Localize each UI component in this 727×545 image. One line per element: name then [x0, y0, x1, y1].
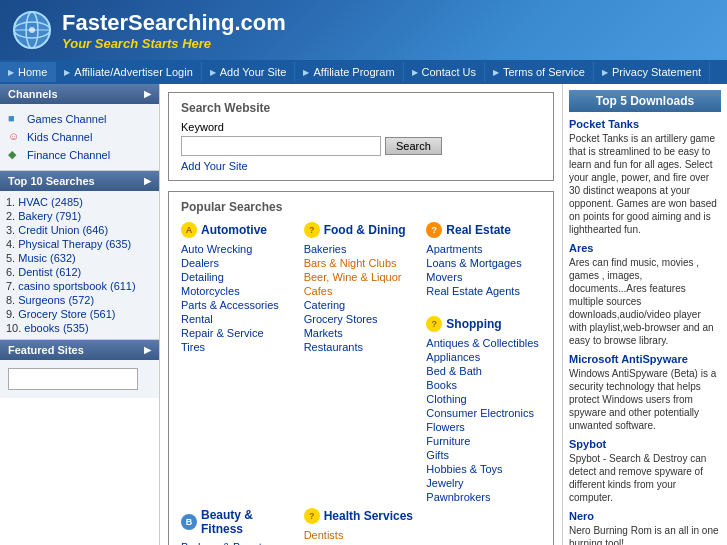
link-gifts[interactable]: Gifts: [426, 448, 541, 462]
link-repair[interactable]: Repair & Service: [181, 326, 296, 340]
channels-header: Channels ▶: [0, 84, 159, 104]
download-title-nero[interactable]: Nero: [569, 510, 721, 522]
link-electronics[interactable]: Consumer Electronics: [426, 406, 541, 420]
link-hobbies[interactable]: Hobbies & Toys: [426, 462, 541, 476]
link-flowers[interactable]: Flowers: [426, 420, 541, 434]
link-parts[interactable]: Parts & Accessories: [181, 298, 296, 312]
search-link-8[interactable]: Surgeons (572): [18, 294, 94, 306]
link-pawnbrokers[interactable]: Pawnbrokers: [426, 490, 541, 504]
link-agents[interactable]: Real Estate Agents: [426, 284, 541, 298]
download-title-ares[interactable]: Ares: [569, 242, 721, 254]
search-link-1[interactable]: HVAC (2485): [18, 196, 83, 208]
link-books[interactable]: Books: [426, 378, 541, 392]
channel-label-games: Games Channel: [27, 113, 107, 125]
link-auto-wrecking[interactable]: Auto Wrecking: [181, 242, 296, 256]
category-beauty: B Beauty & Fitness Barbers & Beauty Salo…: [181, 508, 296, 545]
list-item[interactable]: 10. ebooks (535): [6, 321, 153, 335]
top-searches-list: 1. HVAC (2485) 2. Bakery (791) 3. Credit…: [0, 191, 159, 339]
link-motorcycles[interactable]: Motorcycles: [181, 284, 296, 298]
top-searches-arrow-icon: ▶: [144, 176, 151, 186]
list-item[interactable]: 9. Grocery Store (561): [6, 307, 153, 321]
search-link-4[interactable]: Physical Therapy (635): [18, 238, 131, 250]
category-shopping-header: ? Shopping: [426, 316, 541, 332]
link-antiques[interactable]: Antiques & Collectibles: [426, 336, 541, 350]
download-title-pocket-tanks[interactable]: Pocket Tanks: [569, 118, 721, 130]
search-link-5[interactable]: Music (632): [18, 252, 75, 264]
empty-col: [426, 508, 541, 545]
nav-item-affiliate-login[interactable]: Affiliate/Advertiser Login: [56, 62, 201, 82]
nav-item-home[interactable]: Home: [0, 62, 56, 82]
header-text: FasterSearching.com Your Search Starts H…: [62, 10, 286, 51]
link-bed-bath[interactable]: Bed & Bath: [426, 364, 541, 378]
link-detailing[interactable]: Detailing: [181, 270, 296, 284]
link-dentists[interactable]: Dentists: [304, 528, 419, 542]
link-apartments[interactable]: Apartments: [426, 242, 541, 256]
list-item[interactable]: 1. HVAC (2485): [6, 195, 153, 209]
link-bakeries[interactable]: Bakeries: [304, 242, 419, 256]
nav-item-contact[interactable]: Contact Us: [404, 62, 485, 82]
link-jewelry[interactable]: Jewelry: [426, 476, 541, 490]
list-item[interactable]: 4. Physical Therapy (635): [6, 237, 153, 251]
search-link-7[interactable]: casino sportsbook (611): [18, 280, 135, 292]
top5-header: Top 5 Downloads: [569, 90, 721, 112]
nav-item-add-site[interactable]: Add Your Site: [202, 62, 296, 82]
link-movers[interactable]: Movers: [426, 270, 541, 284]
beauty-title: Beauty & Fitness: [201, 508, 296, 536]
search-link-10[interactable]: ebooks (535): [24, 322, 88, 334]
link-restaurants[interactable]: Restaurants: [304, 340, 419, 354]
link-clothing[interactable]: Clothing: [426, 392, 541, 406]
channel-item-kids[interactable]: ☺ Kids Channel: [8, 128, 151, 146]
link-loans[interactable]: Loans & Mortgages: [426, 256, 541, 270]
list-item[interactable]: 5. Music (632): [6, 251, 153, 265]
channel-item-finance[interactable]: ◆ Finance Channel: [8, 146, 151, 164]
link-beer[interactable]: Beer, Wine & Liquor: [304, 270, 419, 284]
search-link-2[interactable]: Bakery (791): [18, 210, 81, 222]
download-desc-nero: Nero Burning Rom is an all in one burnin…: [569, 524, 721, 545]
search-link-3[interactable]: Credit Union (646): [18, 224, 108, 236]
link-tires[interactable]: Tires: [181, 340, 296, 354]
channels-arrow-icon: ▶: [144, 89, 151, 99]
list-item[interactable]: 3. Credit Union (646): [6, 223, 153, 237]
site-tagline: Your Search Starts Here: [62, 36, 286, 51]
category-automotive-header: A Automotive: [181, 222, 296, 238]
shopping-title: Shopping: [446, 317, 501, 331]
list-item[interactable]: 7. casino sportsbook (611): [6, 279, 153, 293]
categories-row2: B Beauty & Fitness Barbers & Beauty Salo…: [181, 508, 541, 545]
list-item[interactable]: 2. Bakery (791): [6, 209, 153, 223]
download-title-antispyware[interactable]: Microsoft AntiSpyware: [569, 353, 721, 365]
list-item[interactable]: 8. Surgeons (572): [6, 293, 153, 307]
link-appliances[interactable]: Appliances: [426, 350, 541, 364]
list-item[interactable]: 6. Dentist (612): [6, 265, 153, 279]
svg-point-4: [29, 27, 35, 33]
download-desc-antispyware: Windows AntiSpyware (Beta) is a security…: [569, 367, 721, 432]
channel-label-finance: Finance Channel: [27, 149, 110, 161]
search-link-9[interactable]: Grocery Store (561): [18, 308, 115, 320]
main-content: Channels ▶ ■ Games Channel ☺ Kids Channe…: [0, 84, 727, 545]
nav-item-affiliate-program[interactable]: Affiliate Program: [295, 62, 403, 82]
link-catering[interactable]: Catering: [304, 298, 419, 312]
link-rental[interactable]: Rental: [181, 312, 296, 326]
keyword-input[interactable]: [181, 136, 381, 156]
channel-item-games[interactable]: ■ Games Channel: [8, 110, 151, 128]
category-food-header: ? Food & Dining: [304, 222, 419, 238]
link-barbers[interactable]: Barbers & Beauty Salons: [181, 540, 296, 545]
keyword-label: Keyword: [181, 121, 541, 133]
search-button[interactable]: Search: [385, 137, 442, 155]
search-link-6[interactable]: Dentist (612): [18, 266, 81, 278]
link-bars[interactable]: Bars & Night Clubs: [304, 256, 419, 270]
nav-item-terms[interactable]: Terms of Service: [485, 62, 594, 82]
link-cafes[interactable]: Cafes: [304, 284, 419, 298]
link-markets[interactable]: Markets: [304, 326, 419, 340]
link-dealers[interactable]: Dealers: [181, 256, 296, 270]
kids-icon: ☺: [8, 130, 22, 144]
categories-grid: A Automotive Auto Wrecking Dealers Detai…: [181, 222, 541, 504]
link-furniture[interactable]: Furniture: [426, 434, 541, 448]
link-grocery[interactable]: Grocery Stores: [304, 312, 419, 326]
featured-sites-header: Featured Sites ▶: [0, 340, 159, 360]
health-title: Health Services: [324, 509, 413, 523]
featured-input[interactable]: [8, 368, 138, 390]
nav-item-privacy[interactable]: Privacy Statement: [594, 62, 710, 82]
add-your-site-link[interactable]: Add Your Site: [181, 160, 248, 172]
download-title-spybot[interactable]: Spybot: [569, 438, 721, 450]
sidebar: Channels ▶ ■ Games Channel ☺ Kids Channe…: [0, 84, 160, 545]
